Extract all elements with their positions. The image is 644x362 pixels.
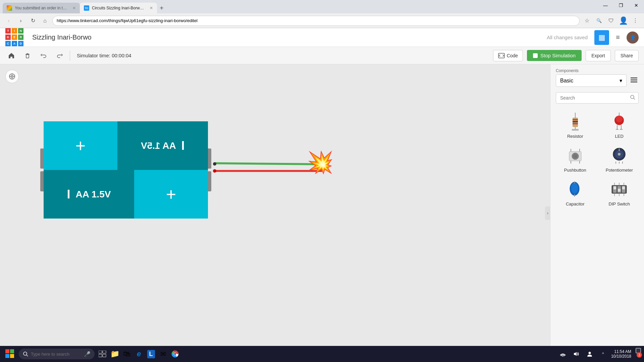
battery-component[interactable]: + AA 1.5V I I AA 1.5V: [44, 121, 208, 219]
potentiometer-label: Potentiometer: [606, 168, 633, 173]
taskbar-search[interactable]: 🎤: [19, 349, 95, 359]
taskbar-task-view[interactable]: [97, 349, 108, 359]
zoom-icon: [9, 73, 15, 80]
forward-button[interactable]: ›: [16, 16, 25, 25]
notification-badge: 3: [637, 352, 642, 358]
mail-icon: ✉: [160, 350, 166, 358]
components-list-view-button[interactable]: [629, 76, 639, 85]
bookmark-button[interactable]: ☆: [582, 16, 592, 25]
stop-simulation-button[interactable]: Stop Simulation: [527, 50, 582, 61]
component-led[interactable]: LED: [600, 110, 639, 139]
taskbar-file-explorer[interactable]: 📁: [109, 349, 120, 359]
redo-button[interactable]: [54, 50, 66, 62]
export-button[interactable]: Export: [586, 50, 610, 61]
taskbar-notification[interactable]: 3: [635, 348, 641, 360]
tinkercad-favicon: TC: [84, 5, 89, 11]
component-potentiometer[interactable]: Potentiometer: [600, 144, 639, 173]
gmail-favicon: [7, 5, 12, 11]
canvas[interactable]: + AA 1.5V I I AA 1.5V: [0, 64, 550, 362]
address-bar[interactable]: [52, 16, 580, 26]
refresh-button[interactable]: ↻: [28, 16, 38, 25]
back-button[interactable]: ‹: [4, 16, 13, 25]
tab-gmail-close[interactable]: ✕: [72, 6, 76, 10]
zoom-button[interactable]: [5, 70, 19, 83]
tab-gmail[interactable]: You submitted an order in the ar... ✕: [3, 3, 80, 13]
maximize-button[interactable]: ❐: [613, 0, 629, 11]
home-toolbar-button[interactable]: [5, 50, 17, 62]
taskbar-chrome[interactable]: [170, 349, 180, 359]
svg-rect-48: [613, 186, 616, 189]
taskbar-clock[interactable]: 11:54 AM 10/10/2018: [611, 349, 631, 359]
components-dropdown[interactable]: Basic ▾: [556, 74, 627, 87]
search-bar: [556, 92, 639, 104]
search-input[interactable]: [556, 92, 639, 104]
component-pushbutton[interactable]: Pushbutton: [556, 144, 595, 173]
start-button[interactable]: [3, 347, 17, 361]
logo-cell-k: K: [5, 35, 11, 40]
share-button[interactable]: Share: [615, 50, 639, 61]
new-tab-button[interactable]: +: [157, 4, 166, 12]
logo-cell-c: C: [5, 41, 11, 46]
toolbar: Simulator time: 00:00:04 Code Stop Simul…: [0, 47, 644, 64]
code-button[interactable]: Code: [493, 50, 523, 61]
component-dip-switch[interactable]: DIP Switch: [600, 178, 639, 206]
battery-bottom: I AA 1.5V +: [44, 170, 208, 219]
left-terminal-top: [40, 148, 44, 169]
home-icon: [8, 52, 15, 59]
taskbar-volume-icon[interactable]: [571, 349, 582, 359]
svg-rect-58: [10, 349, 14, 353]
component-resistor[interactable]: Resistor: [556, 110, 595, 139]
user-profile-button[interactable]: 👤: [619, 16, 628, 25]
taskbar-network-icon[interactable]: [557, 349, 568, 359]
user-avatar[interactable]: 👤: [627, 32, 639, 44]
tab-tinkercad[interactable]: TC Circuits Sizzling Inari-Borwo | Tin..…: [80, 3, 157, 13]
taskbar-mail[interactable]: ✉: [158, 349, 168, 359]
delete-button[interactable]: [21, 50, 34, 62]
list-view-button[interactable]: ≡: [610, 30, 625, 45]
edge-icon: e: [137, 350, 141, 358]
components-header: Components Basic ▾: [550, 64, 644, 89]
stop-button-label: Stop Simulation: [540, 53, 576, 58]
svg-rect-6: [631, 77, 637, 78]
spark-explosion: 💥: [307, 150, 334, 175]
tab-bar: You submitted an order in the ar... ✕ TC…: [0, 0, 644, 13]
taskbar-l-app[interactable]: L: [146, 349, 156, 359]
svg-rect-15: [573, 123, 578, 124]
svg-point-41: [571, 183, 578, 193]
tinkercad-logo: T I N K E R C A D: [5, 28, 24, 47]
battery-top-minus: I: [181, 139, 184, 153]
circuits-view-button[interactable]: ▦: [594, 30, 609, 45]
share-button-label: Share: [621, 53, 633, 58]
undo-icon: [40, 52, 47, 59]
minimize-button[interactable]: —: [598, 0, 613, 11]
resistor-icon: [565, 110, 586, 132]
microphone-icon[interactable]: 🎤: [84, 351, 91, 357]
undo-button[interactable]: [38, 50, 50, 62]
panel-collapse-button[interactable]: ›: [545, 206, 550, 220]
logo-cell-e: E: [12, 35, 17, 40]
components-dropdown-value: Basic: [560, 78, 573, 84]
toolbar-separator: [70, 51, 70, 61]
potentiometer-icon: [608, 144, 630, 166]
capacitor-label: Capacitor: [566, 201, 585, 206]
browser-menu-button[interactable]: ⋮: [631, 16, 640, 25]
browser-menu-1[interactable]: 🔍: [594, 16, 604, 25]
svg-point-36: [618, 153, 621, 156]
taskbar-chevron-icon[interactable]: ^: [598, 349, 608, 359]
component-capacitor[interactable]: Capacitor: [556, 178, 595, 206]
tab-gmail-label: You submitted an order in the ar...: [15, 6, 68, 10]
taskbar-store[interactable]: 🛍: [121, 349, 132, 359]
tab-tinkercad-close[interactable]: ✕: [150, 6, 153, 10]
browser-menu-2[interactable]: 🛡: [606, 16, 616, 25]
svg-point-72: [588, 352, 591, 354]
taskbar-edge[interactable]: e: [133, 349, 144, 359]
taskbar-people-icon[interactable]: [584, 349, 595, 359]
volume-icon: [573, 351, 579, 357]
taskbar-search-input[interactable]: [31, 352, 81, 357]
svg-rect-7: [631, 79, 637, 80]
home-button[interactable]: ⌂: [40, 16, 50, 25]
main-area: + AA 1.5V I I AA 1.5V: [0, 64, 644, 362]
header-actions: ▦ ≡ 👤: [594, 30, 639, 45]
stop-icon: [533, 53, 538, 58]
close-button[interactable]: ✕: [629, 0, 644, 11]
